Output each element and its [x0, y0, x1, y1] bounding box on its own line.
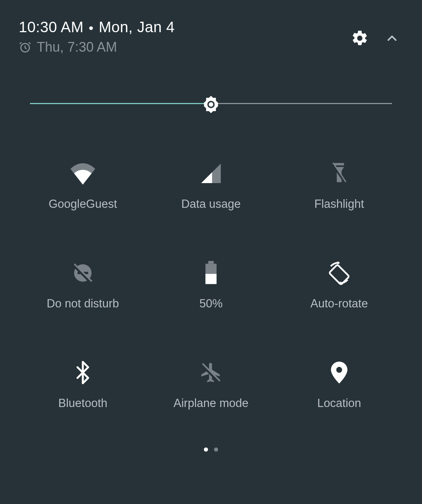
next-alarm-label: Thu, 7:30 AM: [37, 39, 117, 55]
settings-button[interactable]: [351, 29, 369, 47]
brightness-thumb[interactable]: [201, 94, 221, 115]
brightness-icon: [201, 94, 221, 115]
brightness-track-fill: [30, 103, 211, 104]
time-date-row[interactable]: 10:30 AM • Mon, Jan 4: [19, 19, 175, 36]
wifi-icon: [69, 160, 96, 187]
tile-wifi[interactable]: GoogleGuest: [19, 160, 147, 211]
svg-rect-10: [208, 261, 214, 264]
tile-battery-label: 50%: [199, 297, 223, 310]
bluetooth-icon: [69, 359, 96, 386]
location-icon: [326, 359, 353, 386]
tile-location[interactable]: Location: [275, 359, 403, 410]
signal-icon: [198, 160, 224, 187]
tile-dnd[interactable]: Do not disturb: [19, 259, 147, 310]
tile-data-usage[interactable]: Data usage: [147, 160, 275, 211]
tile-wifi-label: GoogleGuest: [49, 197, 117, 211]
tile-battery[interactable]: 50%: [147, 259, 275, 310]
tile-flashlight-label: Flashlight: [314, 197, 364, 211]
tile-airplane-label: Airplane mode: [174, 397, 248, 410]
tile-dnd-label: Do not disturb: [47, 297, 119, 310]
next-alarm[interactable]: Thu, 7:30 AM: [19, 39, 175, 55]
date-label: Mon, Jan 4: [99, 19, 175, 36]
quick-settings-panel: 10:30 AM • Mon, Jan 4 Thu, 7:30 AM: [0, 0, 422, 504]
flashlight-off-icon: [326, 160, 353, 187]
collapse-button[interactable]: [385, 31, 400, 46]
tile-auto-rotate-label: Auto-rotate: [310, 297, 368, 310]
battery-icon: [198, 259, 224, 286]
page-dot-1: [204, 447, 208, 452]
tile-bluetooth[interactable]: Bluetooth: [19, 359, 147, 410]
alarm-icon: [19, 41, 31, 54]
tiles-grid: GoogleGuest Data usage Flashlight: [19, 160, 403, 410]
svg-point-2: [209, 102, 213, 107]
svg-point-16: [336, 367, 342, 373]
header-actions: [335, 29, 400, 47]
auto-rotate-icon: [326, 259, 353, 286]
gear-icon: [351, 29, 369, 47]
brightness-slider[interactable]: [19, 92, 403, 115]
tile-bluetooth-label: Bluetooth: [58, 397, 108, 410]
tile-airplane[interactable]: Airplane mode: [147, 359, 275, 410]
dnd-off-icon: [69, 259, 96, 286]
airplane-off-icon: [198, 359, 224, 386]
chevron-up-icon: [385, 31, 400, 46]
tile-location-label: Location: [317, 397, 361, 410]
tile-data-usage-label: Data usage: [181, 197, 241, 211]
tile-auto-rotate[interactable]: Auto-rotate: [275, 259, 403, 310]
page-indicator[interactable]: [19, 447, 403, 452]
time-date-block: 10:30 AM • Mon, Jan 4 Thu, 7:30 AM: [19, 19, 175, 55]
svg-rect-3: [334, 163, 344, 165]
page-dot-2: [214, 447, 218, 452]
tile-flashlight[interactable]: Flashlight: [275, 160, 403, 211]
qs-header: 10:30 AM • Mon, Jan 4 Thu, 7:30 AM: [19, 19, 403, 55]
svg-rect-12: [205, 274, 217, 284]
clock-time: 10:30 AM: [19, 19, 84, 36]
dot-separator: •: [89, 21, 93, 35]
